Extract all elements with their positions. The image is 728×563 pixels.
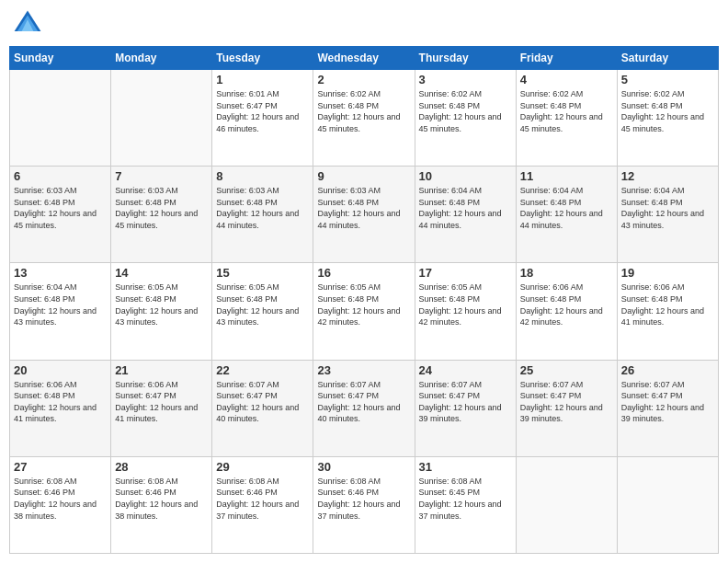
day-number: 26 — [621, 363, 714, 377]
calendar-cell: 17Sunrise: 6:05 AM Sunset: 6:48 PM Dayli… — [415, 263, 516, 360]
calendar-cell: 29Sunrise: 6:08 AM Sunset: 6:46 PM Dayli… — [212, 456, 313, 553]
day-info: Sunrise: 6:08 AM Sunset: 6:45 PM Dayligh… — [419, 476, 512, 522]
logo-icon — [13, 9, 42, 39]
calendar-header-thursday: Thursday — [415, 47, 516, 70]
day-info: Sunrise: 6:07 AM Sunset: 6:47 PM Dayligh… — [419, 379, 512, 425]
calendar-cell: 23Sunrise: 6:07 AM Sunset: 6:47 PM Dayli… — [313, 360, 415, 456]
day-info: Sunrise: 6:08 AM Sunset: 6:46 PM Dayligh… — [14, 476, 107, 522]
day-info: Sunrise: 6:03 AM Sunset: 6:48 PM Dayligh… — [216, 185, 309, 231]
day-number: 18 — [520, 266, 613, 280]
calendar-cell: 21Sunrise: 6:06 AM Sunset: 6:47 PM Dayli… — [111, 360, 212, 456]
calendar-cell: 10Sunrise: 6:04 AM Sunset: 6:48 PM Dayli… — [415, 167, 516, 263]
day-number: 22 — [216, 363, 309, 377]
header — [9, 9, 719, 39]
day-info: Sunrise: 6:06 AM Sunset: 6:48 PM Dayligh… — [14, 379, 107, 425]
day-number: 19 — [621, 266, 714, 280]
calendar-header-wednesday: Wednesday — [313, 47, 415, 70]
day-number: 24 — [419, 363, 512, 377]
day-number: 6 — [14, 169, 107, 183]
calendar: SundayMondayTuesdayWednesdayThursdayFrid… — [9, 46, 719, 554]
day-info: Sunrise: 6:08 AM Sunset: 6:46 PM Dayligh… — [216, 476, 309, 522]
day-number: 12 — [621, 169, 714, 183]
day-number: 16 — [317, 266, 410, 280]
calendar-cell: 6Sunrise: 6:03 AM Sunset: 6:48 PM Daylig… — [10, 167, 111, 263]
calendar-cell — [617, 456, 718, 553]
day-info: Sunrise: 6:06 AM Sunset: 6:48 PM Dayligh… — [621, 282, 714, 327]
day-number: 11 — [520, 169, 613, 183]
calendar-cell: 8Sunrise: 6:03 AM Sunset: 6:48 PM Daylig… — [212, 167, 313, 263]
day-info: Sunrise: 6:05 AM Sunset: 6:48 PM Dayligh… — [216, 282, 309, 327]
day-info: Sunrise: 6:07 AM Sunset: 6:47 PM Dayligh… — [621, 379, 714, 425]
calendar-cell: 2Sunrise: 6:02 AM Sunset: 6:48 PM Daylig… — [313, 70, 415, 167]
day-number: 15 — [216, 266, 309, 280]
day-info: Sunrise: 6:07 AM Sunset: 6:47 PM Dayligh… — [520, 379, 613, 425]
calendar-cell — [10, 70, 111, 167]
calendar-cell: 5Sunrise: 6:02 AM Sunset: 6:48 PM Daylig… — [617, 70, 718, 167]
calendar-header-saturday: Saturday — [617, 47, 718, 70]
calendar-cell: 22Sunrise: 6:07 AM Sunset: 6:47 PM Dayli… — [212, 360, 313, 456]
calendar-header-friday: Friday — [516, 47, 617, 70]
day-info: Sunrise: 6:03 AM Sunset: 6:48 PM Dayligh… — [14, 185, 107, 231]
day-number: 9 — [317, 169, 410, 183]
calendar-cell: 27Sunrise: 6:08 AM Sunset: 6:46 PM Dayli… — [10, 456, 111, 553]
day-info: Sunrise: 6:02 AM Sunset: 6:48 PM Dayligh… — [419, 88, 512, 134]
calendar-cell: 18Sunrise: 6:06 AM Sunset: 6:48 PM Dayli… — [516, 263, 617, 360]
day-number: 25 — [520, 363, 613, 377]
day-number: 31 — [419, 460, 512, 474]
calendar-cell: 28Sunrise: 6:08 AM Sunset: 6:46 PM Dayli… — [111, 456, 212, 553]
day-number: 13 — [14, 266, 107, 280]
day-info: Sunrise: 6:02 AM Sunset: 6:48 PM Dayligh… — [317, 88, 410, 134]
day-info: Sunrise: 6:07 AM Sunset: 6:47 PM Dayligh… — [317, 379, 410, 425]
day-info: Sunrise: 6:07 AM Sunset: 6:47 PM Dayligh… — [216, 379, 309, 425]
calendar-cell: 9Sunrise: 6:03 AM Sunset: 6:48 PM Daylig… — [313, 167, 415, 263]
calendar-cell: 15Sunrise: 6:05 AM Sunset: 6:48 PM Dayli… — [212, 263, 313, 360]
calendar-cell: 25Sunrise: 6:07 AM Sunset: 6:47 PM Dayli… — [516, 360, 617, 456]
day-number: 17 — [419, 266, 512, 280]
day-number: 1 — [216, 73, 309, 86]
day-info: Sunrise: 6:01 AM Sunset: 6:47 PM Dayligh… — [216, 88, 309, 134]
calendar-cell: 30Sunrise: 6:08 AM Sunset: 6:46 PM Dayli… — [313, 456, 415, 553]
day-number: 10 — [419, 169, 512, 183]
day-info: Sunrise: 6:08 AM Sunset: 6:46 PM Dayligh… — [115, 476, 208, 522]
day-info: Sunrise: 6:04 AM Sunset: 6:48 PM Dayligh… — [14, 282, 107, 327]
day-number: 28 — [115, 460, 208, 474]
day-number: 3 — [419, 73, 512, 86]
day-info: Sunrise: 6:04 AM Sunset: 6:48 PM Dayligh… — [419, 185, 512, 231]
calendar-header-monday: Monday — [111, 47, 212, 70]
day-number: 23 — [317, 363, 410, 377]
day-info: Sunrise: 6:06 AM Sunset: 6:47 PM Dayligh… — [115, 379, 208, 425]
day-number: 21 — [115, 363, 208, 377]
calendar-cell: 26Sunrise: 6:07 AM Sunset: 6:47 PM Dayli… — [617, 360, 718, 456]
calendar-cell: 14Sunrise: 6:05 AM Sunset: 6:48 PM Dayli… — [111, 263, 212, 360]
calendar-cell: 3Sunrise: 6:02 AM Sunset: 6:48 PM Daylig… — [415, 70, 516, 167]
calendar-week-1: 1Sunrise: 6:01 AM Sunset: 6:47 PM Daylig… — [10, 70, 719, 167]
calendar-week-3: 13Sunrise: 6:04 AM Sunset: 6:48 PM Dayli… — [10, 263, 719, 360]
day-number: 30 — [317, 460, 410, 474]
day-info: Sunrise: 6:02 AM Sunset: 6:48 PM Dayligh… — [520, 88, 613, 134]
calendar-cell: 12Sunrise: 6:04 AM Sunset: 6:48 PM Dayli… — [617, 167, 718, 263]
day-number: 5 — [621, 73, 714, 86]
day-info: Sunrise: 6:05 AM Sunset: 6:48 PM Dayligh… — [419, 282, 512, 327]
page: SundayMondayTuesdayWednesdayThursdayFrid… — [0, 0, 728, 563]
calendar-week-4: 20Sunrise: 6:06 AM Sunset: 6:48 PM Dayli… — [10, 360, 719, 456]
calendar-header-tuesday: Tuesday — [212, 47, 313, 70]
calendar-week-2: 6Sunrise: 6:03 AM Sunset: 6:48 PM Daylig… — [10, 167, 719, 263]
calendar-cell — [111, 70, 212, 167]
day-number: 4 — [520, 73, 613, 86]
calendar-cell: 7Sunrise: 6:03 AM Sunset: 6:48 PM Daylig… — [111, 167, 212, 263]
day-number: 8 — [216, 169, 309, 183]
calendar-cell — [516, 456, 617, 553]
logo — [13, 9, 46, 39]
calendar-cell: 24Sunrise: 6:07 AM Sunset: 6:47 PM Dayli… — [415, 360, 516, 456]
day-number: 14 — [115, 266, 208, 280]
day-info: Sunrise: 6:03 AM Sunset: 6:48 PM Dayligh… — [317, 185, 410, 231]
calendar-cell: 31Sunrise: 6:08 AM Sunset: 6:45 PM Dayli… — [415, 456, 516, 553]
day-number: 29 — [216, 460, 309, 474]
day-number: 7 — [115, 169, 208, 183]
day-info: Sunrise: 6:05 AM Sunset: 6:48 PM Dayligh… — [115, 282, 208, 327]
calendar-cell: 11Sunrise: 6:04 AM Sunset: 6:48 PM Dayli… — [516, 167, 617, 263]
day-info: Sunrise: 6:04 AM Sunset: 6:48 PM Dayligh… — [621, 185, 714, 231]
day-info: Sunrise: 6:03 AM Sunset: 6:48 PM Dayligh… — [115, 185, 208, 231]
calendar-cell: 20Sunrise: 6:06 AM Sunset: 6:48 PM Dayli… — [10, 360, 111, 456]
calendar-week-5: 27Sunrise: 6:08 AM Sunset: 6:46 PM Dayli… — [10, 456, 719, 553]
